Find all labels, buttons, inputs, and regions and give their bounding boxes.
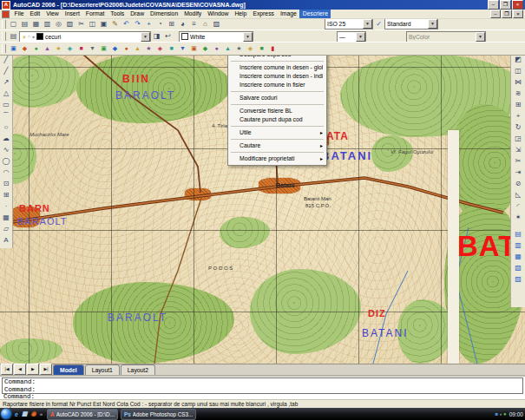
dd-inscriere-fisier[interactable]: Inscriere comune in fisier ▸ bbox=[228, 81, 326, 89]
draw-order-icon[interactable]: ▤ bbox=[513, 228, 524, 240]
make-object-layer-icon[interactable]: ◨ bbox=[151, 31, 162, 42]
make-block-icon[interactable]: ⊞ bbox=[1, 189, 12, 200]
rectangle-icon[interactable]: ▭ bbox=[1, 99, 12, 110]
tab-next-button[interactable]: ▶ bbox=[27, 364, 39, 375]
copy-icon[interactable]: ◫ bbox=[513, 65, 524, 76]
fillet-icon[interactable]: ◜ bbox=[513, 200, 524, 212]
dd-salvare-coduri[interactable]: Salvare coduri ▸ bbox=[228, 94, 326, 102]
command-history[interactable]: Command:Command: bbox=[2, 377, 523, 394]
custom-tool-icon[interactable]: ■ bbox=[256, 43, 267, 54]
dd-inscriere-individual[interactable]: Inscriere comune in desen - individual ▸ bbox=[228, 72, 326, 81]
custom-tool-icon[interactable]: ▲ bbox=[132, 43, 143, 54]
layer-previous-icon[interactable]: ↩ bbox=[162, 31, 174, 42]
designcenter-icon[interactable]: ⌂ bbox=[200, 19, 211, 30]
circle-icon[interactable]: ○ bbox=[1, 121, 12, 133]
dd-conversie-bl[interactable]: Conversie fisiere BL ▸ bbox=[228, 107, 326, 115]
custom-tool-icon[interactable]: ★ bbox=[53, 43, 64, 54]
tray-status-icon[interactable]: ● bbox=[503, 411, 507, 417]
custom-tool-icon[interactable]: ● bbox=[211, 43, 222, 54]
paste-icon[interactable]: ▣ bbox=[98, 19, 109, 30]
custom-tool-icon[interactable]: ■ bbox=[166, 43, 177, 54]
custom-tool-icon[interactable]: ▣ bbox=[188, 43, 200, 54]
dropdown-arrow-icon[interactable]: ▼ bbox=[363, 19, 372, 29]
custom-tool-icon[interactable]: ▼ bbox=[87, 43, 98, 54]
polygon-icon[interactable]: △ bbox=[1, 88, 12, 99]
quicklaunch-media-icon[interactable]: ◉ bbox=[31, 410, 36, 417]
tab-first-button[interactable]: |◀ bbox=[1, 364, 13, 375]
menu-dimension[interactable]: Dimension bbox=[148, 10, 181, 18]
hatch-icon[interactable]: ▦ bbox=[1, 212, 12, 223]
text-style-combo[interactable]: Standard ▼ bbox=[384, 18, 438, 30]
custom-tool-icon[interactable]: ◈ bbox=[245, 43, 256, 54]
dd-modificare-proprietati[interactable]: Modificare proprietati ▸ bbox=[228, 154, 326, 163]
tab-prev-button[interactable]: ◀ bbox=[14, 364, 26, 375]
menu-view[interactable]: View bbox=[43, 10, 62, 18]
dropdown-arrow-icon[interactable]: ▼ bbox=[141, 32, 150, 42]
custom-tool-icon[interactable]: ★ bbox=[143, 43, 154, 54]
spline-icon[interactable]: ∿ bbox=[1, 144, 12, 155]
extend-icon[interactable]: ⇥ bbox=[513, 167, 524, 178]
minimize-button[interactable]: – bbox=[488, 0, 499, 10]
custom-tool-icon[interactable]: ● bbox=[121, 43, 132, 54]
quicklaunch-ie-icon[interactable]: e bbox=[15, 411, 18, 417]
explode-icon[interactable]: ✶ bbox=[513, 212, 524, 223]
color-combo[interactable]: White ▼ bbox=[179, 31, 253, 43]
save-icon[interactable]: ▦ bbox=[30, 19, 42, 30]
publish-icon[interactable]: ▧ bbox=[64, 19, 75, 30]
construction-line-icon[interactable]: ╱ bbox=[1, 65, 12, 76]
close-button[interactable]: × bbox=[512, 0, 523, 10]
dropdown-arrow-icon[interactable]: ▼ bbox=[243, 32, 253, 42]
array-icon[interactable]: ⊞ bbox=[513, 99, 524, 110]
region-icon[interactable]: ▱ bbox=[1, 223, 12, 234]
zoom-previous-icon[interactable]: ◕ bbox=[177, 19, 188, 30]
mirror-icon[interactable]: ⋈ bbox=[513, 76, 524, 88]
custom-tool-icon[interactable]: ▣ bbox=[98, 43, 109, 54]
maximize-button[interactable]: ❐ bbox=[500, 0, 511, 10]
offset-icon[interactable]: ≋ bbox=[513, 88, 524, 99]
polyline-icon[interactable]: ↗ bbox=[1, 76, 12, 88]
edit-polyline-icon[interactable]: ▦ bbox=[513, 251, 524, 262]
menu-image[interactable]: Image bbox=[277, 10, 299, 18]
custom-tool-icon[interactable]: ◆ bbox=[109, 43, 121, 54]
move-icon[interactable]: + bbox=[513, 110, 524, 121]
copy-clip-icon[interactable]: ◫ bbox=[87, 19, 98, 30]
lineweight-combo[interactable]: — ▼ bbox=[337, 31, 366, 43]
pan-icon[interactable]: + bbox=[143, 19, 154, 30]
dd-inscriere-global[interactable]: Inscriere comune in desen - global ▸ bbox=[228, 63, 326, 72]
doc-restore-button[interactable]: ❐ bbox=[502, 10, 512, 18]
quicklaunch-desktop-icon[interactable]: ▦ bbox=[22, 410, 28, 417]
taskbar-button-photoshop[interactable]: Ps Adobe Photoshop CS3... bbox=[121, 409, 196, 420]
ellipse-icon[interactable]: ◯ bbox=[1, 155, 12, 167]
match-properties-icon[interactable]: ✎ bbox=[109, 19, 121, 30]
custom-tool-icon[interactable]: ▣ bbox=[8, 43, 19, 54]
stretch-icon[interactable]: ⇲ bbox=[513, 144, 524, 155]
edit-spline-icon[interactable]: ▧ bbox=[513, 262, 524, 273]
dropdown-arrow-icon[interactable]: ▼ bbox=[356, 32, 365, 42]
dd-utile[interactable]: Utile ▸ bbox=[228, 128, 326, 137]
dropdown-arrow-icon[interactable]: ▼ bbox=[428, 19, 437, 29]
dd-cautare-punct[interactable]: Cautare punct dupa cod ▸ bbox=[228, 115, 326, 124]
menu-help[interactable]: Help bbox=[232, 10, 250, 18]
zoom-realtime-icon[interactable]: ◔ bbox=[154, 19, 166, 30]
edit-text-icon[interactable]: ▨ bbox=[513, 273, 524, 285]
tray-expand-icon[interactable]: ‹ bbox=[500, 411, 502, 417]
redo-icon[interactable]: ↷ bbox=[132, 19, 143, 30]
dd-cautare[interactable]: Cautare ▸ bbox=[228, 141, 326, 150]
custom-tool-icon[interactable]: ▼ bbox=[177, 43, 188, 54]
doc-minimize-button[interactable]: – bbox=[490, 10, 501, 18]
chamfer-icon[interactable]: ◺ bbox=[513, 189, 524, 200]
custom-tool-icon[interactable]: ◈ bbox=[64, 43, 75, 54]
menu-file[interactable]: File bbox=[11, 10, 27, 18]
toolbar-grip[interactable] bbox=[2, 32, 6, 41]
plot-icon[interactable]: ▥ bbox=[42, 19, 53, 30]
command-line-area[interactable]: Command:Command: Command: bbox=[0, 375, 525, 401]
custom-tool-icon[interactable]: ● bbox=[30, 43, 42, 54]
open-icon[interactable]: ▤ bbox=[19, 19, 30, 30]
revision-cloud-icon[interactable]: ☁ bbox=[1, 133, 12, 144]
tab-last-button[interactable]: ▶| bbox=[40, 364, 52, 375]
tray-network-icon[interactable]: ■ bbox=[495, 411, 498, 417]
cut-icon[interactable]: ✂ bbox=[75, 19, 87, 30]
dim-style-combo[interactable]: ISO 25 ▼ bbox=[325, 18, 373, 30]
menu-edit[interactable]: Edit bbox=[27, 10, 43, 18]
custom-tool-icon[interactable]: ▲ bbox=[222, 43, 233, 54]
